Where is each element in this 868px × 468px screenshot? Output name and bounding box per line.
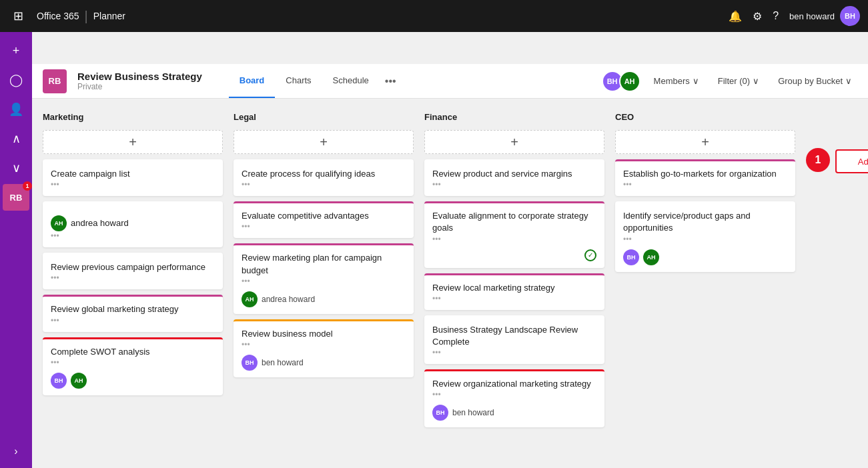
sidebar-up-icon[interactable]: ∧ (3, 125, 29, 152)
notification-icon[interactable]: 🔔 (729, 10, 742, 23)
assignee-avatar-ah: AH (71, 373, 87, 389)
task-card[interactable]: Review marketing plan for campaign budge… (234, 243, 414, 313)
task-card[interactable]: Establish go-to-markets for organization… (615, 159, 795, 196)
help-icon[interactable]: ? (773, 10, 779, 22)
bucket-legal: Legal + Create process for qualifying id… (234, 109, 414, 377)
task-more-dots[interactable]: ••• (432, 390, 596, 399)
task-more-dots[interactable]: ••• (432, 235, 596, 244)
task-more-dots[interactable]: ••• (432, 180, 596, 189)
assignee-avatar-photo: BH (51, 373, 67, 389)
task-card[interactable]: Evaluate alignment to corporate strategy… (424, 201, 604, 267)
assignee-avatar-photo: BH (242, 355, 258, 371)
task-card[interactable]: AH andrea howard ••• (43, 201, 223, 247)
groupby-button[interactable]: Group by Bucket ∨ (773, 73, 857, 89)
task-title: Review marketing plan for campaign budge… (242, 252, 406, 276)
task-card[interactable]: Business Strategy Landscape Review Compl… (424, 315, 604, 364)
task-more-dots[interactable]: ••• (623, 180, 787, 189)
task-more-dots[interactable]: ••• (51, 358, 215, 367)
tutorial-badge: 1 (806, 148, 830, 172)
bucket-add-card-finance[interactable]: + (424, 130, 604, 154)
nav-schedule[interactable]: Schedule (322, 64, 380, 98)
project-title: Review Business Strategy (77, 71, 202, 82)
task-more-dots[interactable]: ••• (432, 348, 596, 357)
task-title: Complete SWOT analysis (51, 346, 215, 358)
bucket-finance: Finance + Review product and service mar… (424, 109, 604, 427)
task-more-dots[interactable]: ••• (51, 180, 215, 189)
task-footer: AH andrea howard (242, 291, 406, 307)
assignee-avatar-photo: BH (432, 405, 448, 421)
task-card[interactable]: Review previous campaign performance ••• (43, 253, 223, 289)
task-card[interactable]: Review local marketing strategy ••• (424, 273, 604, 310)
task-card[interactable]: Review business model ••• BH ben howard (234, 319, 414, 377)
task-title: Review product and service margins (432, 168, 596, 180)
task-more-dots[interactable]: ••• (242, 277, 406, 286)
bucket-add-card-marketing[interactable]: + (43, 130, 223, 154)
task-footer: BH ben howard (432, 405, 596, 421)
members-chevron: ∨ (693, 76, 699, 86)
progress-indicator: ✓ (584, 249, 596, 261)
sidebar-person-icon[interactable]: 👤 (3, 96, 29, 123)
office365-label: Office 365 (37, 11, 79, 21)
sidebar-project-icon[interactable]: RB 1 (3, 184, 29, 211)
member-avatars: BH AH (602, 71, 640, 92)
task-more-dots[interactable]: ••• (242, 222, 406, 231)
task-title: andrea howard (71, 217, 129, 229)
settings-icon[interactable]: ⚙ (753, 10, 762, 23)
task-card[interactable]: Create process for qualifying ideas ••• (234, 159, 414, 196)
bucket-header-ceo: CEO (615, 109, 795, 125)
project-title-group: Review Business Strategy Private (77, 71, 202, 91)
task-card[interactable]: Review global marketing strategy ••• (43, 295, 223, 331)
members-button[interactable]: Members ∨ (648, 73, 705, 89)
sidebar-badge: 1 (23, 181, 32, 191)
task-card[interactable]: Review organizational marketing strategy… (424, 369, 604, 427)
assignee-name: andrea howard (262, 295, 315, 304)
project-nav: Board Charts Schedule ••• (229, 64, 402, 98)
bucket-add-card-legal[interactable]: + (234, 130, 414, 154)
task-title: Evaluate alignment to corporate strategy… (432, 210, 596, 234)
task-card[interactable]: Evaluate competitive advantages ••• (234, 201, 414, 238)
task-more-dots[interactable]: ••• (51, 316, 215, 325)
nav-more-icon[interactable]: ••• (380, 75, 402, 87)
filter-button[interactable]: Filter (0) ∨ (713, 73, 765, 89)
user-avatar: BH (840, 6, 860, 26)
bucket-marketing: Marketing + Create campaign list ••• AH … (43, 109, 223, 395)
nav-separator: | (85, 9, 88, 24)
sidebar-down-icon[interactable]: ∨ (3, 155, 29, 181)
bucket-header-finance: Finance (424, 109, 604, 125)
nav-board[interactable]: Board (229, 64, 276, 98)
bucket-ceo: CEO + Establish go-to-markets for organi… (615, 109, 795, 272)
task-more-dots[interactable]: ••• (432, 294, 596, 303)
task-card[interactable]: Identify service/product gaps and opport… (615, 201, 795, 271)
project-icon: RB (43, 69, 67, 93)
task-footer: AH andrea howard (51, 215, 215, 231)
add-new-bucket-button[interactable]: Add new bucket (835, 149, 868, 173)
sidebar-expand-icon[interactable]: › (9, 440, 23, 463)
add-bucket-label: Add new bucket (858, 157, 868, 167)
task-title: Review organizational marketing strategy (432, 378, 596, 390)
assignee-avatar-photo: BH (623, 249, 639, 265)
task-footer: BH AH (51, 373, 215, 389)
task-title: Review global marketing strategy (51, 303, 215, 315)
sidebar-add-icon[interactable]: + (3, 37, 29, 64)
task-card[interactable]: Complete SWOT analysis ••• BH AH (43, 337, 223, 395)
main-content: RB Review Business Strategy Private Boar… (32, 64, 868, 468)
task-title: Evaluate competitive advantages (242, 210, 406, 222)
task-card[interactable]: Create campaign list ••• (43, 159, 223, 196)
sidebar-project-label: RB (10, 193, 23, 203)
members-label: Members (654, 76, 690, 86)
bucket-add-card-ceo[interactable]: + (615, 130, 795, 154)
nav-charts[interactable]: Charts (275, 64, 322, 98)
task-more-dots[interactable]: ••• (623, 235, 787, 244)
task-footer: ✓ (432, 249, 596, 261)
task-more-dots[interactable]: ••• (242, 340, 406, 349)
sidebar-home-icon[interactable]: ◯ (3, 67, 29, 93)
task-more-dots[interactable]: ••• (51, 231, 215, 241)
task-more-dots[interactable]: ••• (242, 180, 406, 189)
add-bucket-section: 1 Add new bucket (806, 109, 868, 173)
user-profile[interactable]: ben howard BH (789, 6, 860, 26)
assignee-name: ben howard (452, 408, 494, 417)
task-title: Review local marketing strategy (432, 282, 596, 294)
waffle-menu-icon[interactable]: ⊞ (8, 3, 29, 29)
task-card[interactable]: Review product and service margins ••• (424, 159, 604, 196)
task-more-dots[interactable]: ••• (51, 273, 215, 283)
